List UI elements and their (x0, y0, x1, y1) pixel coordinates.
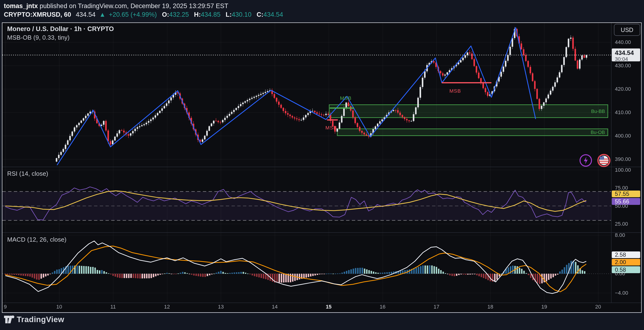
byline: tomas_jntx published on TradingView.com,… (4, 2, 228, 10)
msb-label: MSB (450, 88, 461, 94)
low-label: L: (226, 11, 232, 18)
up-arrow-icon: ▲ (99, 11, 106, 18)
symbol-name[interactable]: CRYPTO:XMRUSD, 60 (4, 11, 71, 18)
price-axis[interactable] (612, 23, 641, 303)
open-label: O: (162, 11, 169, 18)
chart-legend-title[interactable]: Monero / U.S. Dollar · 1h · CRYPTO (7, 25, 114, 33)
last-price: 434.54 (76, 11, 96, 18)
lightning-icon (580, 155, 592, 166)
chart-canvas[interactable] (0, 0, 644, 330)
tradingview-logo-icon (4, 315, 14, 324)
orderblock-label: Bu-BB (578, 109, 605, 114)
byline-text: published on TradingView.com, December 1… (38, 2, 228, 10)
high-value: 434.85 (201, 11, 220, 18)
symbol-info-bar: CRYPTO:XMRUSD, 60 434.54 ▲ +20.65 (+4.99… (4, 11, 283, 18)
msb-label: MSB (340, 95, 352, 101)
msb-label: MSB (325, 125, 337, 130)
high-label: H: (194, 11, 201, 18)
price-change: +20.65 (+4.99%) (109, 11, 157, 18)
orderblock-label: Bu-OB (578, 130, 605, 135)
chart-badges (578, 153, 612, 168)
page: tomas_jntx published on TradingView.com,… (0, 0, 644, 330)
macd-legend[interactable]: MACD (12, 26, close) (7, 236, 66, 243)
rsi-legend[interactable]: RSI (14, close) (7, 170, 48, 178)
low-value: 430.10 (232, 11, 252, 18)
chart-legend-indicator[interactable]: MSB-OB (9, 0.33, tiny) (7, 34, 70, 41)
author-name: tomas_jntx (4, 2, 38, 10)
us-flag-icon (598, 154, 610, 166)
tradingview-logo-text: TradingView (17, 315, 64, 324)
tradingview-logo[interactable]: TradingView (4, 315, 64, 324)
close-value: 434.54 (263, 11, 283, 18)
close-label: C: (256, 11, 264, 18)
open-value: 432.25 (169, 11, 189, 18)
time-axis[interactable] (2, 303, 611, 312)
